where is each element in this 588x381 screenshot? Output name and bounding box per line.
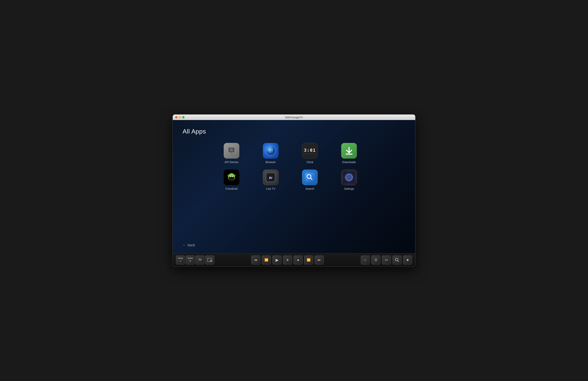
svg-point-37 <box>351 179 352 180</box>
svg-point-34 <box>345 177 346 178</box>
frandroid-label: FrAndroid <box>226 187 237 190</box>
pause-button[interactable]: ⏸ <box>283 256 292 264</box>
clock-icon: 3:01 <box>302 143 318 159</box>
svg-point-31 <box>348 176 350 179</box>
rewind-icon: ⏪ <box>264 258 268 262</box>
app-item-search[interactable]: Search <box>296 170 324 190</box>
search-nav-button[interactable] <box>393 256 401 264</box>
browser-icon <box>263 143 278 159</box>
window-controls <box>175 116 185 119</box>
svg-line-43 <box>398 261 399 262</box>
nav-controls: ⌂ ☰ ↩ ★ <box>361 256 412 264</box>
svg-rect-4 <box>231 153 232 154</box>
svg-point-39 <box>346 179 347 180</box>
live-tv-icon: tv <box>263 170 278 185</box>
close-button[interactable] <box>175 116 177 119</box>
menu-icon: ☰ <box>375 258 377 262</box>
tv-screen: All Apps API Demos <box>173 120 415 253</box>
rewind-button[interactable]: ⏪ <box>262 256 271 264</box>
svg-point-32 <box>349 174 350 175</box>
skip-back-icon: ⏮ <box>254 258 257 262</box>
play-icon: ▶ <box>275 258 278 262</box>
frandroid-icon <box>224 170 239 185</box>
media-controls: ⏮ ⏪ ▶ ⏸ ■ ⏩ ⏭ <box>214 256 361 264</box>
page-title: All Apps <box>183 128 405 135</box>
downloads-label: Downloads <box>342 160 356 164</box>
minimize-button[interactable] <box>179 116 181 119</box>
svg-rect-25 <box>305 173 315 182</box>
back-nav-button[interactable]: ↩ <box>382 256 391 264</box>
home-button[interactable]: ⌂ <box>361 256 370 264</box>
svg-point-20 <box>230 176 231 177</box>
chan-minus-button[interactable]: CHAN − <box>176 256 185 264</box>
app-item-live-tv[interactable]: tv Live TV <box>257 170 284 190</box>
back-button[interactable]: ← back <box>183 243 195 247</box>
chan-plus-symbol: + <box>189 260 191 263</box>
live-tv-label: Live TV <box>266 187 275 190</box>
menu-button[interactable]: ☰ <box>371 256 380 264</box>
downloads-icon <box>341 143 357 159</box>
pause-icon: ⏸ <box>286 258 289 262</box>
skip-forward-icon: ⏭ <box>318 258 321 262</box>
chan-plus-button[interactable]: CHAN + <box>186 256 195 264</box>
svg-point-35 <box>352 177 353 178</box>
svg-point-38 <box>351 175 352 175</box>
search-app-icon <box>302 170 318 185</box>
back-arrow-icon: ← <box>183 243 186 247</box>
bookmark-button[interactable]: ★ <box>403 256 412 264</box>
tv-label: TV <box>198 259 201 261</box>
skip-forward-button[interactable]: ⏭ <box>315 256 324 264</box>
pip-icon <box>208 258 212 262</box>
app-item-frandroid[interactable]: FrAndroid <box>218 170 245 190</box>
chan-minus-line1: CHAN <box>178 257 183 260</box>
svg-point-36 <box>346 175 347 175</box>
svg-point-17 <box>229 177 234 181</box>
window-title: 5554:GoogleTV <box>285 116 303 119</box>
browser-label: Browser <box>266 160 275 164</box>
clock-label: Clock <box>306 160 313 164</box>
apps-grid: API Demos <box>218 143 405 190</box>
chan-minus-symbol: − <box>180 260 181 263</box>
settings-label: Settings <box>344 187 354 190</box>
clock-time: 3:01 <box>304 148 316 153</box>
stop-icon: ■ <box>297 259 299 261</box>
svg-point-33 <box>349 180 350 181</box>
back-nav-icon: ↩ <box>385 258 388 262</box>
svg-rect-41 <box>210 260 212 261</box>
svg-rect-3 <box>230 152 233 153</box>
mac-window: 5554:GoogleTV All Apps API Demos <box>172 114 416 267</box>
play-button[interactable]: ▶ <box>273 256 281 264</box>
maximize-button[interactable] <box>182 116 185 119</box>
fast-forward-button[interactable]: ⏩ <box>304 256 313 264</box>
pip-button[interactable] <box>205 256 214 264</box>
search-nav-icon <box>395 258 399 262</box>
api-demos-label: API Demos <box>225 160 239 164</box>
app-item-clock[interactable]: 3:01 Clock <box>296 143 324 164</box>
app-item-browser[interactable]: Browser <box>257 143 284 164</box>
skip-back-button[interactable]: ⏮ <box>251 256 260 264</box>
tv-button[interactable]: TV <box>195 256 205 264</box>
home-icon: ⌂ <box>364 258 366 262</box>
control-bar: CHAN − CHAN + TV ⏮ ⏪ <box>173 253 415 266</box>
bookmark-icon: ★ <box>406 258 409 262</box>
back-label: back <box>188 243 195 247</box>
svg-point-21 <box>232 176 233 177</box>
left-controls: CHAN − CHAN + TV <box>176 256 214 264</box>
titlebar: 5554:GoogleTV <box>173 115 415 120</box>
app-item-downloads[interactable]: Downloads <box>335 143 363 164</box>
settings-icon <box>341 170 357 185</box>
app-item-api-demos[interactable]: API Demos <box>218 143 245 164</box>
app-item-settings[interactable]: Settings <box>335 170 363 190</box>
fast-forward-icon: ⏩ <box>307 258 311 262</box>
chan-plus-line1: CHAN <box>188 257 193 260</box>
search-label: Search <box>306 187 314 190</box>
api-demos-icon <box>224 143 239 159</box>
svg-text:tv: tv <box>269 175 272 180</box>
stop-button[interactable]: ■ <box>294 256 303 264</box>
